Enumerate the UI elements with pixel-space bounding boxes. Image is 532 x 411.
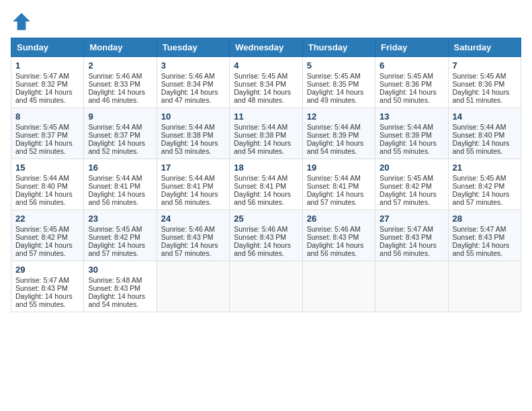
daylight-text: Daylight: 14 hours and 57 minutes. bbox=[88, 241, 145, 257]
sunset-text: Sunset: 8:42 PM bbox=[380, 182, 432, 190]
sunset-text: Sunset: 8:42 PM bbox=[88, 233, 140, 241]
day-number: 17 bbox=[161, 163, 225, 173]
calendar-week-row: 22 Sunrise: 5:45 AM Sunset: 8:42 PM Dayl… bbox=[11, 210, 521, 261]
day-number: 2 bbox=[88, 60, 152, 71]
sunset-text: Sunset: 8:38 PM bbox=[234, 131, 286, 139]
day-number: 14 bbox=[453, 111, 517, 122]
weekday-header: Monday bbox=[84, 38, 157, 57]
calendar-cell: 27 Sunrise: 5:47 AM Sunset: 8:43 PM Dayl… bbox=[375, 210, 448, 261]
sunrise-text: Sunrise: 5:45 AM bbox=[88, 225, 142, 233]
day-number: 11 bbox=[234, 111, 298, 122]
calendar-cell bbox=[448, 261, 521, 312]
day-number: 18 bbox=[234, 163, 298, 173]
calendar-cell: 3 Sunrise: 5:46 AM Sunset: 8:34 PM Dayli… bbox=[157, 57, 229, 108]
calendar-header: SundayMondayTuesdayWednesdayThursdayFrid… bbox=[11, 38, 521, 57]
daylight-text: Daylight: 14 hours and 55 minutes. bbox=[453, 241, 510, 257]
weekday-header: Wednesday bbox=[230, 38, 302, 57]
calendar-cell: 12 Sunrise: 5:44 AM Sunset: 8:39 PM Dayl… bbox=[302, 108, 375, 159]
sunset-text: Sunset: 8:34 PM bbox=[161, 80, 214, 88]
calendar-table: SundayMondayTuesdayWednesdayThursdayFrid… bbox=[11, 38, 521, 312]
day-number: 28 bbox=[453, 214, 517, 224]
sunrise-text: Sunrise: 5:47 AM bbox=[15, 72, 69, 80]
weekday-header: Friday bbox=[375, 38, 448, 57]
sunset-text: Sunset: 8:39 PM bbox=[307, 131, 359, 139]
daylight-text: Daylight: 14 hours and 56 minutes. bbox=[88, 190, 145, 206]
calendar-cell: 29 Sunrise: 5:47 AM Sunset: 8:43 PM Dayl… bbox=[11, 261, 84, 312]
calendar-cell: 11 Sunrise: 5:44 AM Sunset: 8:38 PM Dayl… bbox=[230, 108, 302, 159]
sunset-text: Sunset: 8:41 PM bbox=[88, 182, 140, 190]
calendar-cell: 30 Sunrise: 5:48 AM Sunset: 8:43 PM Dayl… bbox=[84, 261, 157, 312]
sunrise-text: Sunrise: 5:44 AM bbox=[307, 123, 361, 131]
svg-marker-0 bbox=[13, 13, 30, 30]
sunrise-text: Sunrise: 5:45 AM bbox=[453, 174, 506, 182]
calendar-cell bbox=[157, 261, 229, 312]
daylight-text: Daylight: 14 hours and 55 minutes. bbox=[453, 139, 510, 155]
day-number: 26 bbox=[307, 214, 371, 224]
daylight-text: Daylight: 14 hours and 55 minutes. bbox=[380, 139, 437, 155]
daylight-text: Daylight: 14 hours and 57 minutes. bbox=[161, 241, 218, 257]
day-number: 25 bbox=[234, 214, 298, 224]
sunrise-text: Sunrise: 5:44 AM bbox=[453, 123, 506, 131]
sunset-text: Sunset: 8:42 PM bbox=[453, 182, 505, 190]
sunrise-text: Sunrise: 5:46 AM bbox=[161, 72, 215, 80]
day-number: 19 bbox=[307, 163, 371, 173]
sunrise-text: Sunrise: 5:44 AM bbox=[88, 123, 142, 131]
day-number: 13 bbox=[380, 111, 443, 122]
sunrise-text: Sunrise: 5:45 AM bbox=[307, 72, 361, 80]
sunset-text: Sunset: 8:36 PM bbox=[453, 80, 505, 88]
weekday-header-row: SundayMondayTuesdayWednesdayThursdayFrid… bbox=[11, 38, 521, 57]
daylight-text: Daylight: 14 hours and 49 minutes. bbox=[307, 88, 364, 104]
calendar-cell: 21 Sunrise: 5:45 AM Sunset: 8:42 PM Dayl… bbox=[448, 159, 521, 210]
weekday-header: Tuesday bbox=[157, 38, 229, 57]
sunset-text: Sunset: 8:41 PM bbox=[307, 182, 359, 190]
sunrise-text: Sunrise: 5:45 AM bbox=[380, 72, 433, 80]
sunrise-text: Sunrise: 5:47 AM bbox=[380, 225, 433, 233]
sunset-text: Sunset: 8:43 PM bbox=[380, 233, 432, 241]
calendar-cell: 15 Sunrise: 5:44 AM Sunset: 8:40 PM Dayl… bbox=[11, 159, 84, 210]
calendar-cell: 25 Sunrise: 5:46 AM Sunset: 8:43 PM Dayl… bbox=[230, 210, 302, 261]
sunset-text: Sunset: 8:42 PM bbox=[15, 233, 68, 241]
day-number: 7 bbox=[453, 60, 517, 71]
calendar-cell: 20 Sunrise: 5:45 AM Sunset: 8:42 PM Dayl… bbox=[375, 159, 448, 210]
sunrise-text: Sunrise: 5:44 AM bbox=[15, 174, 69, 182]
sunset-text: Sunset: 8:36 PM bbox=[380, 80, 432, 88]
calendar-cell: 14 Sunrise: 5:44 AM Sunset: 8:40 PM Dayl… bbox=[448, 108, 521, 159]
sunset-text: Sunset: 8:43 PM bbox=[234, 233, 286, 241]
calendar-cell: 8 Sunrise: 5:45 AM Sunset: 8:37 PM Dayli… bbox=[11, 108, 84, 159]
calendar-cell bbox=[375, 261, 448, 312]
daylight-text: Daylight: 14 hours and 56 minutes. bbox=[380, 241, 437, 257]
sunset-text: Sunset: 8:37 PM bbox=[15, 131, 68, 139]
sunset-text: Sunset: 8:37 PM bbox=[88, 131, 140, 139]
calendar-week-row: 29 Sunrise: 5:47 AM Sunset: 8:43 PM Dayl… bbox=[11, 261, 521, 312]
calendar-week-row: 1 Sunrise: 5:47 AM Sunset: 8:32 PM Dayli… bbox=[11, 57, 521, 108]
daylight-text: Daylight: 14 hours and 56 minutes. bbox=[15, 190, 73, 206]
calendar-cell: 17 Sunrise: 5:44 AM Sunset: 8:41 PM Dayl… bbox=[157, 159, 229, 210]
day-number: 3 bbox=[161, 60, 225, 71]
calendar-cell: 13 Sunrise: 5:44 AM Sunset: 8:39 PM Dayl… bbox=[375, 108, 448, 159]
calendar-cell: 28 Sunrise: 5:47 AM Sunset: 8:43 PM Dayl… bbox=[448, 210, 521, 261]
sunset-text: Sunset: 8:34 PM bbox=[234, 80, 286, 88]
calendar-week-row: 8 Sunrise: 5:45 AM Sunset: 8:37 PM Dayli… bbox=[11, 108, 521, 159]
calendar-cell: 5 Sunrise: 5:45 AM Sunset: 8:35 PM Dayli… bbox=[302, 57, 375, 108]
calendar-cell: 4 Sunrise: 5:45 AM Sunset: 8:34 PM Dayli… bbox=[230, 57, 302, 108]
daylight-text: Daylight: 14 hours and 57 minutes. bbox=[307, 190, 364, 206]
sunset-text: Sunset: 8:41 PM bbox=[161, 182, 214, 190]
daylight-text: Daylight: 14 hours and 46 minutes. bbox=[88, 88, 145, 104]
daylight-text: Daylight: 14 hours and 48 minutes. bbox=[234, 88, 291, 104]
weekday-header: Saturday bbox=[448, 38, 521, 57]
daylight-text: Daylight: 14 hours and 52 minutes. bbox=[15, 139, 73, 155]
daylight-text: Daylight: 14 hours and 57 minutes. bbox=[453, 190, 510, 206]
sunrise-text: Sunrise: 5:45 AM bbox=[234, 72, 287, 80]
calendar-cell: 10 Sunrise: 5:44 AM Sunset: 8:38 PM Dayl… bbox=[157, 108, 229, 159]
sunset-text: Sunset: 8:38 PM bbox=[161, 131, 214, 139]
sunrise-text: Sunrise: 5:47 AM bbox=[453, 225, 506, 233]
day-number: 27 bbox=[380, 214, 443, 224]
day-number: 10 bbox=[161, 111, 225, 122]
daylight-text: Daylight: 14 hours and 56 minutes. bbox=[234, 190, 291, 206]
sunset-text: Sunset: 8:33 PM bbox=[88, 80, 140, 88]
sunrise-text: Sunrise: 5:44 AM bbox=[307, 174, 361, 182]
day-number: 4 bbox=[234, 60, 298, 71]
daylight-text: Daylight: 14 hours and 50 minutes. bbox=[380, 88, 437, 104]
calendar-cell bbox=[230, 261, 302, 312]
calendar-week-row: 15 Sunrise: 5:44 AM Sunset: 8:40 PM Dayl… bbox=[11, 159, 521, 210]
